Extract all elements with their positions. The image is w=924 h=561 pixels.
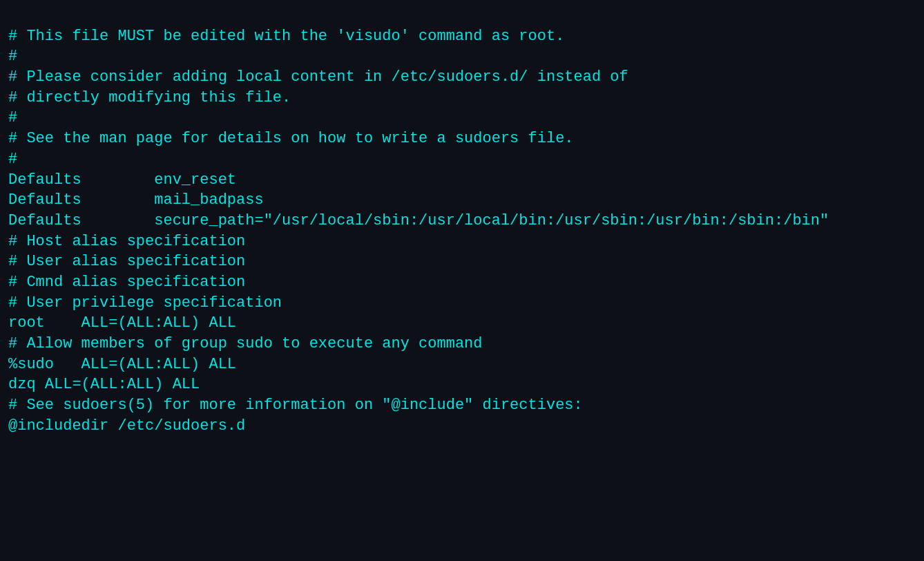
code-line: # User privilege specification <box>8 293 916 314</box>
code-line: # <box>8 46 916 67</box>
code-line: # Please consider adding local content i… <box>8 67 916 88</box>
code-line: Defaults mail_badpass <box>8 190 916 211</box>
code-line: # User alias specification <box>8 251 916 272</box>
code-line: # directly modifying this file. <box>8 88 916 108</box>
code-line: root ALL=(ALL:ALL) ALL <box>8 313 916 334</box>
code-line: %sudo ALL=(ALL:ALL) ALL <box>8 354 916 375</box>
code-line: # Cmnd alias specification <box>8 272 916 293</box>
code-line: # Allow members of group sudo to execute… <box>8 334 916 354</box>
code-line: # This file MUST be edited with the 'vis… <box>8 26 916 47</box>
code-line: # Host alias specification <box>8 231 916 252</box>
code-line: Defaults secure_path="/usr/local/sbin:/u… <box>8 211 916 231</box>
code-line: # See the man page for details on how to… <box>8 129 916 149</box>
code-line: # <box>8 149 916 170</box>
code-line: # <box>8 108 916 129</box>
code-line: # See sudoers(5) for more information on… <box>8 395 916 416</box>
code-line: @includedir /etc/sudoers.d <box>8 416 916 437</box>
code-editor: # This file MUST be edited with the 'vis… <box>8 6 916 555</box>
code-line: Defaults env_reset <box>8 170 916 191</box>
code-line: dzq ALL=(ALL:ALL) ALL <box>8 374 916 395</box>
